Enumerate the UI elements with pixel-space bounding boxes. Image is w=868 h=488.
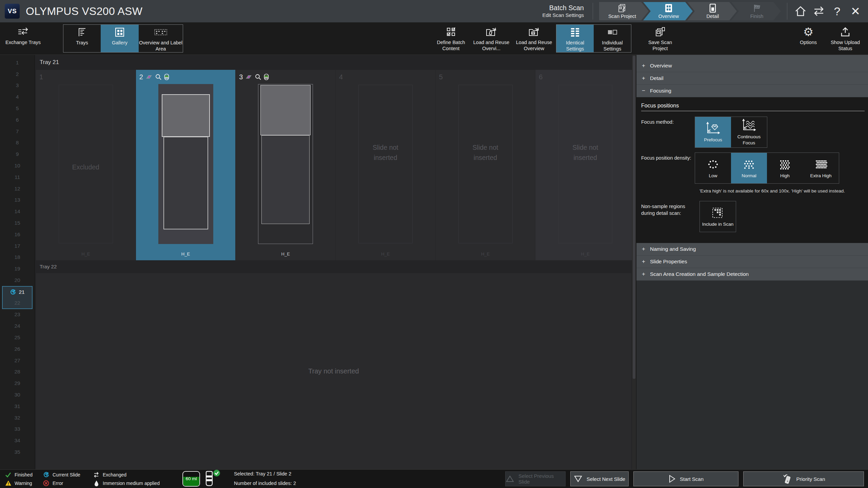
tray-list-item-3[interactable]: 3	[2, 80, 33, 92]
focus-density-label: Focus position density:	[636, 152, 695, 184]
tray-list-item-26[interactable]: 26	[2, 343, 33, 355]
define-batch-content-button[interactable]: Define Batch Content	[431, 22, 471, 55]
expand-icon: +	[641, 62, 646, 69]
tray-list-item-14[interactable]: 14	[2, 206, 33, 217]
exchange-trays-button[interactable]: Exchange Trays	[2, 22, 44, 55]
tray-list-item-1[interactable]: 1	[2, 57, 33, 68]
slide-number: 6	[539, 73, 542, 81]
gallery-view-button[interactable]: Gallery	[101, 25, 139, 52]
tray-list-item-7[interactable]: 7	[2, 126, 33, 137]
tray-list-item-5[interactable]: 5	[2, 103, 33, 114]
exchange-button[interactable]	[811, 3, 827, 19]
slide-cell-6[interactable]: 6Slide notinsertedH_E	[535, 70, 635, 260]
slide-outline	[458, 85, 513, 243]
section-scan-area-creation-and-sample-detection[interactable]: +Scan Area Creation and Sample Detection	[636, 268, 868, 281]
slide-cell-4[interactable]: 4Slide notinsertedH_E	[336, 70, 435, 260]
tray-number: 4	[16, 94, 19, 100]
trays-icon	[77, 26, 87, 38]
magnifier-icon[interactable]	[255, 74, 261, 80]
tray-list-item-22[interactable]: 22	[2, 298, 33, 309]
section-label: Overview	[650, 63, 672, 69]
density-extra-high-button[interactable]: Extra High	[803, 153, 839, 183]
density-normal-button[interactable]: Normal	[731, 153, 767, 183]
section-slide-properties[interactable]: +Slide Properties	[636, 256, 868, 268]
tray-list-item-18[interactable]: 18	[2, 252, 33, 263]
tray-list-item-28[interactable]: 28	[2, 366, 33, 378]
tray-list-item-11[interactable]: 11	[2, 171, 33, 183]
scrollbar-thumb[interactable]	[633, 56, 635, 379]
tray-list-item-23[interactable]: 23	[2, 309, 33, 321]
focus-method-continuous-focus-button[interactable]: Continuous Focus	[731, 117, 767, 147]
tray-list-item-15[interactable]: 15	[2, 217, 33, 229]
tray-list-item-17[interactable]: 17	[2, 240, 33, 252]
slide-cell-2[interactable]: 2H_E	[136, 70, 236, 260]
tray-list-item-24[interactable]: 24	[2, 320, 33, 332]
help-button[interactable]: ?	[829, 3, 845, 19]
tray-list-item-32[interactable]: 32	[2, 412, 33, 424]
tray-list-item-30[interactable]: 30	[2, 389, 33, 401]
section-naming-and-saving[interactable]: +Naming and Saving	[636, 243, 868, 256]
tray-list-item-33[interactable]: 33	[2, 424, 33, 435]
slide-cell-5[interactable]: 5Slide notinsertedH_E	[436, 70, 535, 260]
focus-method-prefocus-button[interactable]: Prefocus	[695, 117, 731, 147]
nonsample-group: Include in Scan	[699, 201, 736, 232]
gallery-scrollbar[interactable]	[632, 55, 636, 469]
tray-list-item-4[interactable]: 4	[2, 91, 33, 103]
overview-label-area-button[interactable]: Overview and Label Area	[139, 25, 183, 52]
section-focusing[interactable]: −Focusing	[636, 85, 868, 97]
nonsample-include-in-scan-button[interactable]: Include in Scan	[700, 201, 736, 232]
trays-view-button[interactable]: Trays	[63, 25, 101, 52]
tray-list-item-27[interactable]: 27	[2, 355, 33, 366]
section-overview[interactable]: +Overview	[636, 60, 868, 72]
slide-stain-label: H_E	[236, 247, 335, 260]
step-scan-project[interactable]: Scan Project	[599, 2, 649, 20]
home-button[interactable]	[793, 3, 808, 19]
step-detail[interactable]: Detail	[687, 2, 737, 20]
mode-block: Batch Scan Edit Scan Settings	[542, 4, 584, 19]
show-upload-status-button[interactable]: Show Upload Status	[825, 22, 866, 55]
tray-list-item-31[interactable]: 31	[2, 401, 33, 412]
finished-icon	[5, 472, 12, 477]
tray-list-item-6[interactable]: 6	[2, 114, 33, 126]
tray-list-item-19[interactable]: 19	[2, 263, 33, 274]
save-scan-project-button[interactable]: Save Scan Project	[640, 22, 680, 55]
gallery-icon	[115, 26, 125, 38]
legend-label: Warning	[15, 481, 32, 486]
tray-number: 3	[16, 82, 19, 88]
tray-list-item-35[interactable]: 35	[2, 446, 33, 458]
step-label: Overview	[658, 14, 679, 19]
tray-list-item-2[interactable]: 2	[2, 68, 33, 80]
button-label: Gallery	[112, 40, 127, 46]
load-reuse-overview-detail-button[interactable]: Load and Reuse Overvi...	[471, 22, 512, 55]
tray-list-item-20[interactable]: 20	[2, 274, 33, 286]
tray-list-item-10[interactable]: 10	[2, 160, 33, 171]
start-scan-button[interactable]: Start Scan	[633, 471, 738, 486]
individual-settings-button[interactable]: Individual Settings	[594, 25, 631, 52]
tray-list-item-25[interactable]: 25	[2, 332, 33, 343]
tray-list-item-29[interactable]: 29	[2, 378, 33, 389]
tray-list-item-21[interactable]: 21	[2, 286, 33, 298]
density-low-button[interactable]: Low	[695, 153, 731, 183]
density-high-button[interactable]: High	[767, 153, 803, 183]
vs-app-logo: VS	[5, 4, 20, 19]
tray-list-item-12[interactable]: 12	[2, 183, 33, 195]
options-button[interactable]: ⚙ Options	[792, 22, 825, 55]
focus-method-label: Focus method:	[636, 117, 695, 148]
slide-cell-1[interactable]: 1ExcludedH_E	[36, 70, 136, 260]
load-reuse-overview-button[interactable]: Load and Reuse Overview	[512, 22, 556, 55]
tray-list-item-16[interactable]: 16	[2, 229, 33, 240]
identical-settings-button[interactable]: Identical Settings	[556, 25, 594, 52]
tray-list-item-13[interactable]: 13	[2, 195, 33, 206]
tray-list-item-9[interactable]: 9	[2, 148, 33, 160]
tray-number: 31	[14, 403, 20, 409]
tray-list-item-8[interactable]: 8	[2, 137, 33, 149]
tray-list-item-34[interactable]: 34	[2, 435, 33, 446]
priority-scan-button[interactable]: Priority Scan	[743, 471, 864, 486]
immersion-icon	[264, 74, 269, 80]
slide-cell-3[interactable]: 3H_E	[236, 70, 335, 260]
select-next-slide-button[interactable]: Select Next Slide	[570, 471, 629, 486]
step-overview[interactable]: Overview	[643, 2, 693, 20]
magnifier-icon[interactable]	[155, 74, 162, 80]
close-button[interactable]: ✕	[848, 3, 863, 19]
section-detail[interactable]: +Detail	[636, 72, 868, 85]
